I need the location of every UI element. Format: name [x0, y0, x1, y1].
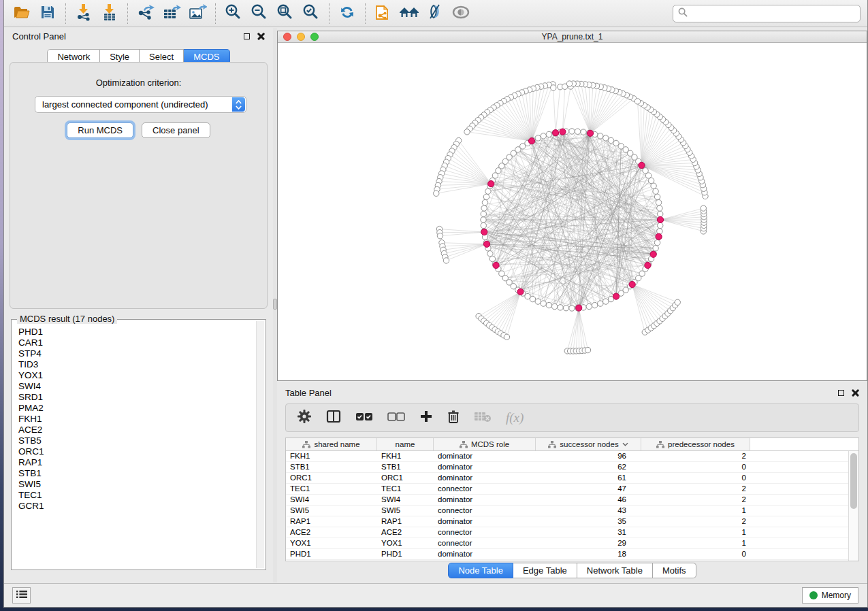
save-session-button[interactable] — [37, 3, 59, 24]
table-row[interactable]: FKH1FKH1dominator962 — [286, 451, 848, 462]
float-table-panel-icon[interactable] — [838, 390, 844, 396]
tab-motifs[interactable]: Motifs — [653, 563, 696, 578]
network-canvas[interactable] — [278, 43, 867, 380]
export-image-button[interactable] — [187, 3, 208, 24]
table-row[interactable]: YOX1YOX1connector291 — [286, 538, 848, 549]
task-history-button[interactable] — [12, 587, 31, 604]
result-item[interactable]: SWI5 — [18, 479, 255, 490]
close-table-panel-icon[interactable] — [852, 389, 859, 397]
close-panel-button[interactable]: Close panel — [142, 122, 210, 138]
toolbar-separator — [65, 3, 66, 24]
column-header-successor-nodes[interactable]: successor nodes — [536, 438, 641, 450]
table-row[interactable]: SWI5SWI5connector431 — [286, 506, 848, 516]
table-scrollbar-thumb[interactable] — [850, 453, 857, 509]
right-column: YPA_prune.txt_1 Table Panel — [277, 28, 867, 582]
toolbar-separator — [329, 3, 329, 24]
result-item[interactable]: STB1 — [18, 468, 255, 479]
network-from-file-button[interactable] — [372, 3, 394, 24]
add-column-button[interactable] — [419, 410, 433, 426]
zoom-selected-button[interactable] — [300, 3, 322, 24]
result-item[interactable]: GCR1 — [18, 501, 255, 512]
result-item[interactable]: ORC1 — [18, 446, 255, 457]
column-label: predecessor nodes — [668, 440, 735, 448]
export-table-button[interactable] — [161, 3, 182, 24]
toolbar-separator — [365, 3, 366, 24]
deselect-all-button[interactable] — [387, 412, 405, 424]
unchecked-boxes-icon — [387, 412, 405, 424]
table-row[interactable]: SWI4SWI4dominator462 — [286, 495, 848, 506]
select-all-button[interactable] — [355, 412, 373, 424]
result-item[interactable]: STB5 — [18, 435, 255, 446]
column-header-shared-name[interactable]: shared name — [286, 438, 377, 450]
column-header-predecessor-nodes[interactable]: predecessor nodes — [641, 438, 750, 450]
list-icon — [16, 589, 27, 601]
result-item[interactable]: STP4 — [18, 348, 255, 359]
delete-column-button[interactable] — [447, 410, 460, 427]
zoom-in-icon — [225, 3, 242, 24]
show-columns-button[interactable] — [326, 410, 341, 426]
result-list-scrollbar[interactable] — [256, 321, 264, 568]
search-box[interactable] — [673, 5, 861, 22]
toolbar-separator — [215, 3, 216, 24]
open-recent-button[interactable] — [398, 3, 420, 24]
result-item[interactable]: TID3 — [18, 359, 255, 370]
memory-button[interactable]: Memory — [802, 587, 858, 604]
result-item[interactable]: SRD1 — [18, 392, 255, 403]
delete-table-button[interactable] — [474, 410, 492, 425]
table-settings-button[interactable] — [297, 409, 312, 427]
run-mcds-button[interactable]: Run MCDS — [67, 122, 133, 138]
zoom-out-button[interactable] — [248, 3, 270, 24]
float-panel-icon[interactable] — [244, 33, 250, 39]
import-network-button[interactable] — [73, 3, 95, 24]
show-graphics-details-button[interactable] — [450, 3, 472, 24]
search-input[interactable] — [691, 9, 855, 18]
table-row[interactable]: ORC1ORC1dominator610 — [286, 473, 848, 484]
tab-edge-table[interactable]: Edge Table — [513, 563, 577, 578]
hide-graphics-details-button[interactable] — [424, 3, 446, 24]
zoom-in-button[interactable] — [223, 3, 244, 24]
import-table-icon — [101, 3, 118, 24]
result-item[interactable]: CAR1 — [18, 337, 255, 348]
network-graph[interactable] — [278, 43, 867, 380]
checked-boxes-icon — [355, 412, 373, 424]
zoom-selected-icon — [302, 3, 320, 24]
table-body[interactable]: FKH1FKH1dominator962 STB1STB1dominator62… — [286, 451, 848, 561]
table-row[interactable]: STB1STB1dominator620 — [286, 462, 848, 473]
toolbar-separator — [127, 3, 128, 24]
result-item[interactable]: ACE2 — [18, 425, 255, 435]
table-scrollbar[interactable] — [848, 451, 858, 561]
table-row[interactable]: TEC1TEC1connector472 — [286, 484, 848, 495]
open-session-button[interactable] — [11, 3, 33, 24]
tab-network-table[interactable]: Network Table — [577, 563, 653, 578]
table-row[interactable]: ACE2ACE2connector311 — [286, 527, 848, 538]
node-table: shared name name MCDS role successor nod… — [285, 437, 859, 561]
table-panel: Table Panel — [277, 384, 867, 582]
function-builder-button[interactable]: f(x) — [506, 410, 524, 425]
column-header-name[interactable]: name — [377, 438, 434, 450]
main-area: Control Panel Network Style Select MCDS … — [4, 28, 867, 582]
export-network-button[interactable] — [135, 3, 157, 24]
tab-node-table[interactable]: Node Table — [448, 563, 513, 578]
import-table-button[interactable] — [99, 3, 120, 24]
result-item[interactable]: SWI4 — [18, 381, 255, 392]
zoom-fit-button[interactable] — [274, 3, 296, 24]
mcds-result-list[interactable]: PHD1 CAR1 STP4 TID3 YOX1 SWI4 SRD1 PMA2 … — [12, 323, 255, 568]
table-row[interactable]: PHD1PHD1dominator180 — [286, 549, 848, 560]
close-panel-icon[interactable] — [257, 33, 265, 40]
result-item[interactable]: TEC1 — [18, 490, 255, 501]
column-header-empty — [750, 438, 858, 450]
refresh-button[interactable] — [336, 3, 358, 24]
houses-icon — [398, 4, 420, 23]
export-table-icon — [163, 3, 181, 24]
table-row[interactable]: RAP1RAP1dominator352 — [286, 516, 848, 527]
result-item[interactable]: PHD1 — [18, 327, 255, 337]
criterion-dropdown[interactable]: largest connected component (undirected) — [35, 96, 246, 113]
mcds-tab-content: Optimization criterion: largest connecte… — [10, 62, 268, 309]
search-icon — [678, 7, 688, 20]
result-item[interactable]: FKH1 — [18, 414, 255, 425]
table-header: shared name name MCDS role successor nod… — [286, 438, 858, 451]
column-header-mcds-role[interactable]: MCDS role — [434, 438, 536, 450]
result-item[interactable]: YOX1 — [18, 370, 255, 381]
result-item[interactable]: PMA2 — [18, 403, 255, 414]
result-item[interactable]: RAP1 — [18, 457, 255, 468]
